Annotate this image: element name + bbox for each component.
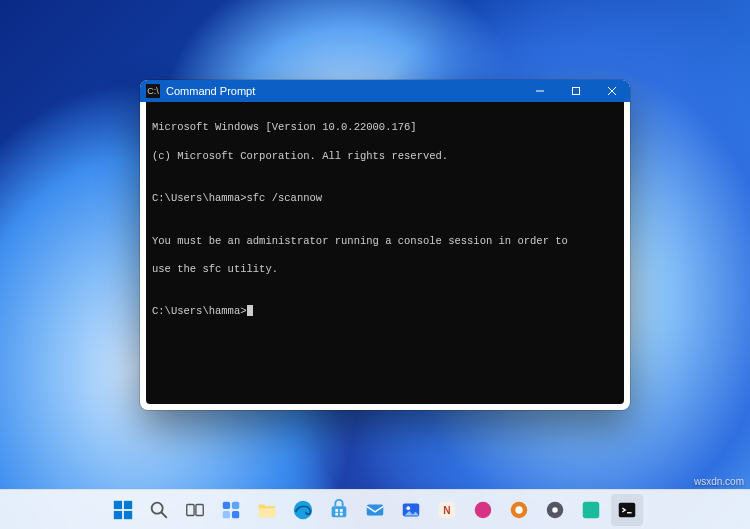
svg-rect-19 — [367, 504, 384, 515]
taskbar-app-mail[interactable] — [359, 494, 391, 526]
taskbar-app-store[interactable] — [323, 494, 355, 526]
command-prompt-window: C:\ Command Prompt Microsoft Windows [Ve… — [140, 80, 630, 410]
svg-rect-16 — [340, 509, 343, 512]
mail-icon — [364, 499, 386, 521]
svg-rect-3 — [114, 510, 122, 518]
app-icon — [508, 499, 530, 521]
taskbar-app-generic-3[interactable] — [503, 494, 535, 526]
svg-rect-12 — [259, 508, 276, 517]
taskbar-app-generic-2[interactable] — [467, 494, 499, 526]
desktop: C:\ Command Prompt Microsoft Windows [Ve… — [0, 0, 750, 529]
terminal-line: (c) Microsoft Corporation. All rights re… — [152, 149, 618, 163]
terminal-line: use the sfc utility. — [152, 262, 618, 276]
taskbar-app-edge[interactable] — [287, 494, 319, 526]
terminal-line: Microsoft Windows [Version 10.0.22000.17… — [152, 120, 618, 134]
terminal-prompt: C:\Users\hamma> — [152, 304, 618, 318]
svg-rect-14 — [332, 506, 347, 517]
svg-rect-8 — [223, 501, 230, 508]
window-title: Command Prompt — [166, 85, 255, 97]
search-button[interactable] — [143, 494, 175, 526]
app-icon: N — [436, 499, 458, 521]
file-explorer-icon — [256, 499, 278, 521]
taskbar-app-generic-4[interactable] — [575, 494, 607, 526]
watermark-text: wsxdn.com — [694, 476, 744, 487]
svg-rect-11 — [232, 510, 239, 517]
svg-point-5 — [152, 502, 163, 513]
window-titlebar[interactable]: C:\ Command Prompt — [140, 80, 630, 102]
app-icon — [472, 499, 494, 521]
svg-rect-15 — [335, 509, 338, 512]
task-view-icon — [184, 499, 206, 521]
photos-icon — [400, 499, 422, 521]
store-icon — [328, 499, 350, 521]
gear-icon — [544, 499, 566, 521]
svg-point-24 — [475, 501, 492, 518]
widgets-icon — [220, 499, 242, 521]
task-view-button[interactable] — [179, 494, 211, 526]
taskbar[interactable]: N — [0, 489, 750, 529]
terminal-icon — [616, 499, 638, 521]
svg-text:N: N — [443, 504, 450, 515]
taskbar-app-photos[interactable] — [395, 494, 427, 526]
terminal-line: You must be an administrator running a c… — [152, 234, 618, 248]
svg-rect-17 — [335, 512, 338, 515]
app-icon — [580, 499, 602, 521]
svg-rect-6 — [187, 504, 194, 515]
svg-point-28 — [552, 507, 558, 513]
svg-rect-18 — [340, 512, 343, 515]
terminal-output[interactable]: Microsoft Windows [Version 10.0.22000.17… — [146, 102, 624, 404]
edge-icon — [292, 499, 314, 521]
svg-rect-4 — [124, 510, 132, 518]
svg-rect-1 — [114, 500, 122, 508]
svg-rect-0 — [573, 88, 580, 95]
svg-rect-10 — [223, 510, 230, 517]
terminal-cursor — [247, 305, 253, 316]
cmd-icon: C:\ — [146, 84, 160, 98]
minimize-button[interactable] — [522, 80, 558, 102]
start-button[interactable] — [107, 494, 139, 526]
svg-rect-7 — [196, 504, 203, 515]
svg-point-26 — [515, 506, 522, 513]
close-button[interactable] — [594, 80, 630, 102]
svg-rect-29 — [583, 501, 600, 518]
taskbar-app-settings[interactable] — [539, 494, 571, 526]
maximize-button[interactable] — [558, 80, 594, 102]
svg-rect-30 — [619, 502, 636, 517]
taskbar-app-generic-1[interactable]: N — [431, 494, 463, 526]
svg-rect-9 — [232, 501, 239, 508]
widgets-button[interactable] — [215, 494, 247, 526]
svg-rect-2 — [124, 500, 132, 508]
search-icon — [148, 499, 170, 521]
windows-logo-icon — [112, 499, 134, 521]
taskbar-app-explorer[interactable] — [251, 494, 283, 526]
terminal-line: C:\Users\hamma>sfc /scannow — [152, 191, 618, 205]
taskbar-app-terminal[interactable] — [611, 494, 643, 526]
svg-point-21 — [406, 506, 410, 510]
